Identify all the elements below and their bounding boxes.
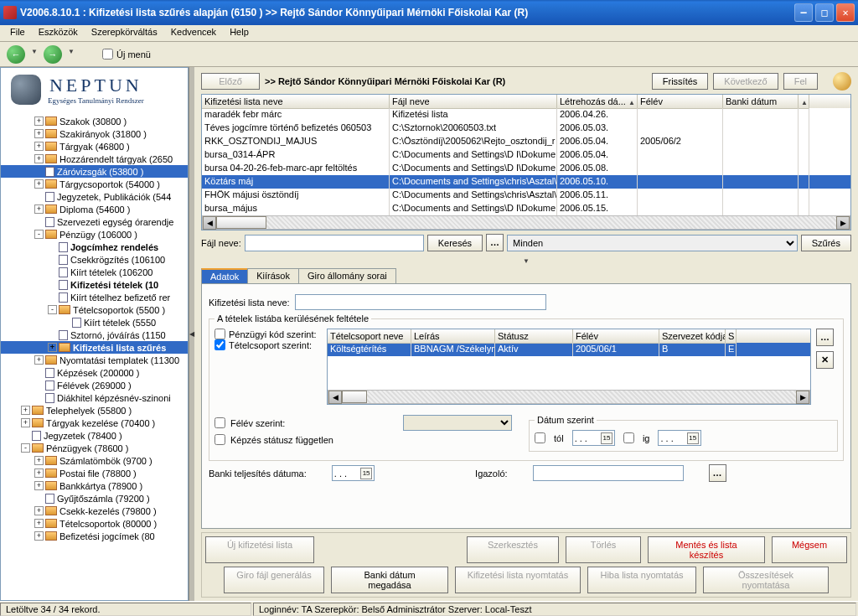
menu-tools[interactable]: Eszközök [32,25,85,41]
tree-item[interactable]: +Telephelyek (55800 ) [1,404,188,417]
menu-role[interactable]: Szerepkörváltás [85,25,164,41]
detail-name-input[interactable] [295,294,546,310]
tree-item[interactable]: Jogcímhez rendelés [1,241,188,253]
itemgroup-table[interactable]: Tételcsoport neve Leírás Státusz Félév S… [327,329,811,405]
expand-icon[interactable]: + [34,506,44,515]
tree-item[interactable]: +Szakirányok (31800 ) [1,127,188,140]
filter-button[interactable]: Szűrés [801,235,851,251]
expand-icon[interactable]: + [48,343,57,352]
cancel-button[interactable]: Mégsem [772,536,847,563]
tree-item[interactable]: -Pénzügy (106000 ) [1,228,188,241]
expand-icon[interactable]: + [34,154,44,163]
minimize-button[interactable]: — [794,3,813,22]
close-button[interactable]: ✕ [836,3,855,22]
table-row[interactable]: maradék febr márcKifizetési lista2006.04… [202,108,850,122]
expand-icon[interactable]: + [34,456,44,465]
expand-icon[interactable]: + [34,204,44,214]
tree-item[interactable]: +Nyomtatási templatek (11300 [1,354,188,366]
expand-down-icon[interactable]: ▼ [523,257,530,265]
print-error-button[interactable]: Hiba lista nyomtatás [587,567,696,593]
verifier-input[interactable] [533,465,684,481]
date-from-input[interactable]: . . .15 [572,430,615,446]
col-name[interactable]: Kifizetési lista neve [202,95,390,109]
expand-icon[interactable]: + [34,116,44,126]
prev-button[interactable]: Előző [201,73,260,90]
tree-item[interactable]: +Kifizetési lista szűrés [1,341,188,354]
filter-type-select[interactable]: Minden [507,235,798,251]
det-scroll-left[interactable]: ◀ [328,391,342,404]
tree-item[interactable]: Szervezeti egység órarendje [1,215,188,228]
pin-icon[interactable] [833,72,851,91]
new-list-button[interactable]: Új kifizetési lista [205,536,314,563]
expand-icon[interactable]: + [34,481,44,490]
tree-item[interactable]: Kiírt tételek (5550 [1,316,188,329]
col-semester[interactable]: Félév [638,95,723,109]
tree-item[interactable]: +Tételcsoportok (80000 ) [1,517,188,530]
print-list-button[interactable]: Kifizetési lista nyomtatás [455,567,581,593]
chk-itemgroup[interactable]: Tételcsoport szerint: [214,339,322,350]
col-endcap[interactable]: ▲ [799,95,809,109]
payment-list-table[interactable]: Kifizetési lista neve Fájl neve Létrehoz… [201,94,851,230]
col-bankdate[interactable]: Banki dátum [723,95,799,109]
menu-fav[interactable]: Kedvencek [164,25,223,41]
tree-item[interactable]: Záróvizsgák (53800 ) [1,165,188,178]
table-row[interactable]: RKK_OSZTONDIJ_MAJUSC:\Ösztöndíj\2005062\… [202,135,850,148]
table-hscroll[interactable]: ◀ ▶ [202,215,850,230]
table-row[interactable]: Köztárs májC:\Documents and Settings\chr… [202,175,850,189]
scroll-left-icon[interactable]: ◀ [203,216,216,230]
tree-item[interactable]: +Csekk-kezelés (79800 ) [1,505,188,517]
table-row[interactable]: bursa_májusC:\Documents and Settings\D I… [202,202,850,215]
scroll-right-icon[interactable]: ▶ [836,216,850,230]
semester-select[interactable] [403,415,512,431]
back-dropdown[interactable]: ▼ [30,48,39,61]
tree-item[interactable]: +Tárgycsoportok (54000 ) [1,178,188,190]
filename-input[interactable] [245,235,424,251]
nav-tree[interactable]: +Szakok (30800 )+Szakirányok (31800 )+Tá… [1,115,188,600]
det-hscroll[interactable]: ◀ ▶ [328,390,810,404]
expand-icon[interactable]: + [21,418,30,427]
ellipsis-button[interactable]: … [486,234,504,251]
remove-itemgroup-button[interactable]: ✕ [816,351,834,369]
chk-training-status[interactable] [214,434,225,445]
det-scroll-right[interactable]: ▶ [796,391,809,404]
add-itemgroup-button[interactable]: … [816,329,834,346]
giro-gen-button[interactable]: Giro fájl generálás [224,567,324,593]
chk-semester[interactable] [214,417,225,428]
next-button[interactable]: Következő [713,73,778,90]
tree-item[interactable]: +Hozzárendelt tárgyak (2650 [1,153,188,165]
tab-adatok[interactable]: Adatok [201,268,248,283]
col-file[interactable]: Fájl neve [390,95,557,109]
date-to-input[interactable]: . . .15 [658,430,700,446]
tree-item[interactable]: Kifizetési tételek (10 [1,278,188,291]
back-button[interactable]: ← [7,45,25,64]
tree-item[interactable]: Félévek (269000 ) [1,379,188,391]
tree-item[interactable]: -Tételcsoportok (5500 ) [1,303,188,316]
expand-icon[interactable]: + [34,142,44,151]
menu-file[interactable]: File [3,25,32,41]
expand-icon[interactable]: - [48,305,57,314]
table-row[interactable]: bursa_0314-ÁPRC:\Documents and Settings\… [202,148,850,162]
expand-icon[interactable]: - [21,443,30,453]
chk-finance-code[interactable]: Pénzügyi kód szerint: [214,329,322,339]
ujmenu-toggle[interactable]: Új menü [102,49,151,60]
tree-item[interactable]: Sztornó, jóváírás (1150 [1,329,188,341]
tree-item[interactable]: Csekkrögzítés (106100 [1,253,188,266]
col-created[interactable]: Létrehozás dá... ▲ [557,95,638,109]
expand-icon[interactable]: + [21,406,30,415]
forward-dropdown[interactable]: ▼ [67,48,75,61]
save-build-button[interactable]: Mentés és lista készítés [648,536,765,563]
edit-button[interactable]: Szerkesztés [467,536,559,563]
ujmenu-checkbox[interactable] [102,49,113,60]
menu-help[interactable]: Help [223,25,256,41]
refresh-button[interactable]: Frissítés [652,73,709,90]
tab-giro[interactable]: Giro állomány sorai [298,268,396,283]
det-row[interactable]: Költségtérítés BBNAGM /Székelyn Aktív 20… [328,343,810,356]
tree-item[interactable]: +Postai file (78800 ) [1,467,188,479]
bankdate-enter-button[interactable]: Banki dátum megadása [331,567,448,593]
table-row[interactable]: bursa 04-20-26-feb-marc-apr feltöltésC:\… [202,162,850,175]
bank-date-input[interactable]: . . .15 [332,465,375,481]
search-button[interactable]: Keresés [427,235,483,251]
tree-item[interactable]: +Diploma (54600 ) [1,203,188,215]
expand-icon[interactable]: + [34,531,44,541]
expand-icon[interactable]: + [34,179,44,189]
